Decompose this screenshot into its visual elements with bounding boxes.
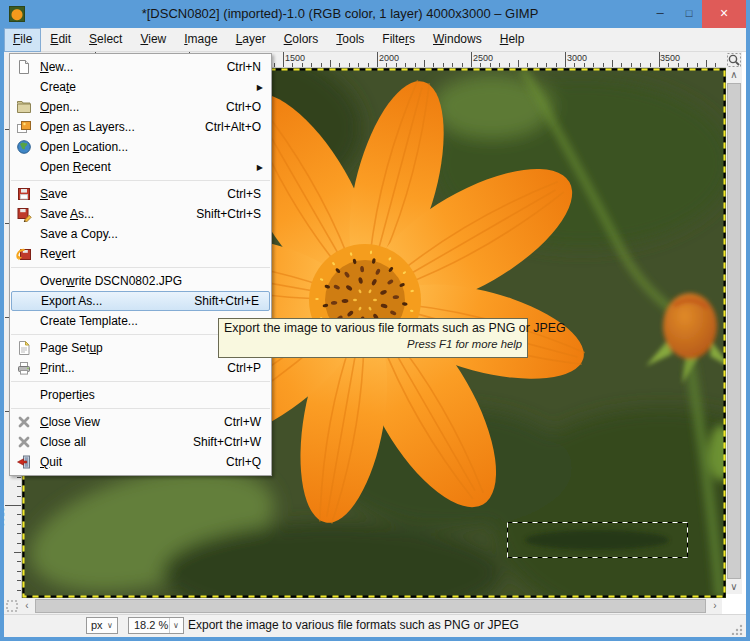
menu-item-close-all[interactable]: Close allShift+Ctrl+W — [10, 432, 271, 452]
ruler-tick — [17, 533, 21, 534]
ruler-label: 3000 — [567, 53, 587, 63]
ruler-tick — [490, 63, 491, 67]
menubar-item-select[interactable]: Select — [80, 28, 131, 52]
menubar-item-colors[interactable]: Colors — [275, 28, 328, 52]
new-document-icon — [16, 59, 34, 75]
horizontal-scrollbar-thumb[interactable] — [35, 599, 706, 613]
menu-item-shortcut: Ctrl+S — [227, 187, 269, 201]
ruler-tick — [377, 52, 378, 67]
menu-item-shortcut: Ctrl+W — [224, 415, 269, 429]
quick-mask-toggle-icon[interactable] — [4, 598, 20, 614]
menu-separator — [11, 267, 270, 268]
menu-item-open-location[interactable]: Open Location... — [10, 137, 271, 157]
resize-grip[interactable] — [731, 623, 743, 635]
menu-item-print[interactable]: Print...Ctrl+P — [10, 358, 271, 378]
menu-icon-placeholder — [16, 159, 34, 175]
ruler-tick — [697, 63, 698, 67]
menubar-item-help[interactable]: Help — [491, 28, 534, 52]
menu-item-save[interactable]: SaveCtrl+S — [10, 184, 271, 204]
menubar-item-tools[interactable]: Tools — [327, 28, 373, 52]
menu-item-open[interactable]: Open...Ctrl+O — [10, 97, 271, 117]
ruler-label: 2000 — [379, 53, 399, 63]
menu-item-shortcut: Ctrl+P — [227, 361, 269, 375]
ruler-tick — [650, 63, 651, 67]
ruler-tick — [396, 63, 397, 67]
menu-item-new[interactable]: New...Ctrl+N — [10, 57, 271, 77]
menu-icon-placeholder — [17, 293, 35, 309]
menu-item-save-a-copy[interactable]: Save a Copy... — [10, 224, 271, 244]
quit-icon — [16, 454, 34, 470]
scroll-up-icon[interactable]: ∧ — [726, 68, 742, 82]
menu-item-quit[interactable]: QuitCtrl+Q — [10, 452, 271, 472]
menu-separator — [11, 408, 270, 409]
ruler-tick — [527, 63, 528, 67]
close-button[interactable]: × — [702, 0, 746, 28]
menu-item-revert[interactable]: Revert — [10, 244, 271, 264]
ruler-tick — [17, 590, 21, 591]
menubar-item-view[interactable]: View — [131, 28, 175, 52]
menubar: FileEditSelectViewImageLayerColorsToolsF… — [4, 28, 746, 52]
ruler-tick — [518, 60, 519, 67]
ruler-tick — [546, 63, 547, 67]
page-setup-icon — [16, 340, 34, 356]
menu-icon-placeholder — [16, 79, 34, 95]
ruler-tick — [17, 561, 21, 562]
menu-item-export-as[interactable]: Export As...Shift+Ctrl+E — [11, 291, 270, 311]
menu-item-label: New... — [40, 60, 73, 74]
window-title: *[DSCN0802] (imported)-1.0 (RGB color, 1… — [40, 0, 640, 28]
scroll-left-icon[interactable]: ‹ — [20, 598, 34, 614]
ruler-tick — [17, 580, 21, 581]
status-message: Export the image to various file formats… — [188, 618, 519, 632]
ruler-tick — [302, 63, 303, 67]
ruler-tick — [17, 477, 21, 478]
menu-item-label: Create — [40, 80, 76, 94]
ruler-tick — [556, 63, 557, 67]
menu-item-label: Quit — [40, 455, 62, 469]
menu-item-create[interactable]: Create▶ — [10, 77, 271, 97]
scroll-down-icon[interactable]: ∨ — [726, 580, 742, 594]
ruler-tick — [17, 496, 21, 497]
menu-item-label: Overwrite DSCN0802.JPG — [40, 274, 182, 288]
horizontal-scrollbar[interactable]: ‹ › — [4, 598, 722, 614]
menu-item-save-as[interactable]: Save As...Shift+Ctrl+S — [10, 204, 271, 224]
revert-icon — [16, 246, 34, 262]
menubar-item-filters[interactable]: Filters — [373, 28, 424, 52]
chevron-down-icon: ∨ — [169, 618, 182, 633]
menubar-item-edit[interactable]: Edit — [41, 28, 80, 52]
close-icon — [16, 414, 34, 430]
menu-item-label: Save a Copy... — [40, 227, 118, 241]
menu-item-shortcut: Shift+Ctrl+E — [194, 294, 267, 308]
menu-item-properties[interactable]: Properties — [10, 385, 271, 405]
menu-item-close-view[interactable]: Close ViewCtrl+W — [10, 412, 271, 432]
window-thumbnail-icon[interactable] — [9, 6, 25, 22]
window-border-right — [746, 28, 750, 637]
menu-item-open-recent[interactable]: Open Recent▶ — [10, 157, 271, 177]
zoom-follow-window-button[interactable] — [726, 52, 742, 68]
menu-item-shortcut: Shift+Ctrl+W — [193, 435, 269, 449]
printer-icon — [16, 360, 34, 376]
menu-item-overwrite-dscn0802-jpg[interactable]: Overwrite DSCN0802.JPG — [10, 271, 271, 291]
vertical-scrollbar[interactable]: ∧ ∨ — [726, 68, 742, 594]
maximize-button[interactable]: □ — [676, 0, 702, 28]
menu-item-open-as-layers[interactable]: Open as Layers...Ctrl+Alt+O — [10, 117, 271, 137]
save-as-icon — [16, 206, 34, 222]
scroll-right-icon[interactable]: › — [708, 598, 722, 614]
ruler-tick — [462, 63, 463, 67]
vertical-scrollbar-thumb[interactable] — [727, 83, 741, 579]
ruler-tick — [499, 63, 500, 67]
menubar-item-image[interactable]: Image — [175, 28, 226, 52]
menubar-item-layer[interactable]: Layer — [227, 28, 275, 52]
menubar-item-file[interactable]: File — [4, 28, 41, 52]
menu-item-label: Open Recent — [40, 160, 111, 174]
unit-select[interactable]: px ∨ — [86, 617, 118, 634]
ruler-tick — [368, 63, 369, 67]
zoom-select[interactable]: 18.2 % ∨ — [128, 617, 184, 634]
titlebar[interactable]: *[DSCN0802] (imported)-1.0 (RGB color, 1… — [0, 0, 750, 28]
ruler-tick — [452, 63, 453, 67]
menu-item-label: Close View — [40, 415, 100, 429]
menubar-item-windows[interactable]: Windows — [424, 28, 491, 52]
statusbar: px ∨ 18.2 % ∨ Export the image to variou… — [4, 614, 746, 637]
minimize-button[interactable]: – — [646, 0, 674, 28]
menu-icon-placeholder — [16, 313, 34, 329]
menu-item-label: Properties — [40, 388, 95, 402]
